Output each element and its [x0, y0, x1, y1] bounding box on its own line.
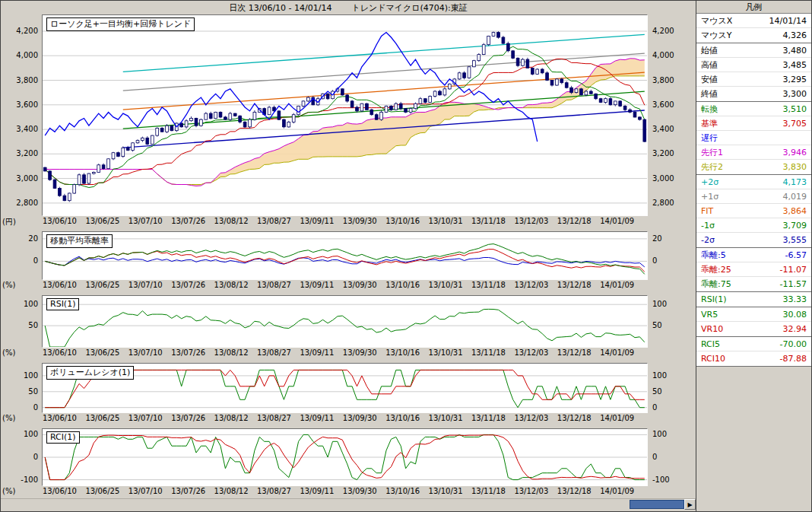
legend-group-7: RCI5-70.00RCI10-87.88 [696, 337, 811, 367]
legend-row-label: VR10 [701, 324, 723, 334]
x-axis-label: 13/08/12 [214, 281, 249, 289]
panel-title: RCI(1) [46, 431, 80, 444]
x-axis-label: 13/09/30 [343, 348, 377, 357]
legend-row-value: 3,709 [783, 221, 807, 231]
y-axis-label-left: 4,000 [16, 51, 38, 59]
x-axis-label: 14/01/09 [600, 217, 634, 225]
x-axis-label: 13/06/25 [85, 414, 119, 422]
x-axis-label: 13/12/03 [514, 414, 548, 422]
legend-row-label: 高値 [701, 59, 718, 71]
x-axis-label: 13/11/18 [471, 217, 506, 225]
legend-group-4: 乖離:5-6.57乖離:25-11.07乖離:75-11.57 [696, 248, 811, 292]
x-axis-label: 13/07/10 [128, 414, 163, 422]
legend-row-label: VR5 [701, 310, 718, 320]
panel-title: ローソク足+一目均衡+回帰トレンド [46, 17, 195, 31]
legend-row-value: -70.00 [780, 339, 807, 349]
rsi-plot-area[interactable]: RSI(1) [42, 295, 648, 348]
y-axis-label-right: 3,600 [652, 100, 674, 109]
x-axis-label: 13/06/25 [85, 281, 119, 289]
x-axis-label: 13/10/16 [385, 487, 420, 495]
deviation-plot-area[interactable]: 移動平均乖離率 [42, 231, 648, 280]
y-axis-label-right: 0 [652, 403, 657, 412]
legend-rows: マウスX14/01/14マウスY4,326始値3,480高値3,485安値3,2… [696, 14, 811, 367]
x-axis-label: 13/09/11 [300, 414, 334, 422]
y-axis-label-left: 0 [33, 453, 38, 461]
chart-title-bar: 日次 13/06/10 - 14/01/14 トレンドマイクロ(4704):東証 [1, 1, 696, 14]
x-axis-label: 13/08/12 [214, 414, 249, 422]
rci-plot[interactable] [43, 429, 647, 485]
legend-row-label: マウスX [701, 15, 732, 27]
y-axis-label-left: 2,800 [16, 199, 38, 207]
x-axis-label: 13/10/16 [385, 281, 420, 289]
volume-ratio-plot-area[interactable]: ボリュームレシオ(1) [42, 363, 648, 413]
legend-row-label: 乖離:5 [701, 250, 726, 261]
x-axis-label: 13/09/30 [343, 217, 377, 225]
x-axis-label: 13/07/10 [128, 281, 163, 289]
legend-row-3-4: -2σ3,555 [696, 233, 811, 247]
x-axis-row: (%)13/06/1013/06/2513/07/1013/07/2613/08… [1, 348, 696, 359]
scroll-right-icon: ▶ [687, 501, 692, 508]
y-axis-label-left: 100 [24, 371, 38, 380]
main-chart-right-axis: 4,2004,0003,8003,6003,4003,2003,0002,800 [648, 14, 696, 216]
legend-row-value: 30.08 [783, 310, 807, 320]
legend-row-7-0: RCI5-70.00 [696, 337, 811, 351]
legend-row-4-0: 乖離:5-6.57 [696, 248, 811, 262]
legend-row-label: 遅行 [701, 132, 718, 144]
x-axis-label: 13/12/03 [514, 281, 548, 289]
deviation-panel: 200移動平均乖離率200 [1, 231, 696, 280]
x-axis-label: 13/07/10 [128, 487, 163, 495]
panel-title: RSI(1) [46, 298, 79, 310]
app-window: 日次 13/06/10 - 14/01/14 トレンドマイクロ(4704):東証… [0, 0, 812, 512]
legend-group-2: 転換3,510基準3,705遅行先行13,946先行23,830 [696, 102, 811, 175]
x-axis-label: 13/12/03 [514, 348, 548, 357]
legend-row-value: 3,295 [783, 75, 807, 84]
legend-row-7-1: RCI10-87.88 [696, 351, 811, 366]
horizontal-scrollbar[interactable]: ▶ [1, 498, 696, 509]
rci-plot-area[interactable]: RCI(1) [42, 428, 648, 486]
legend-row-label: 始値 [701, 45, 718, 56]
legend-row-label: +2σ [701, 177, 718, 187]
legend-row-1-2: 安値3,295 [696, 72, 811, 87]
y-axis-label-left: 20 [28, 234, 38, 243]
legend-panel: 凡例 マウスX14/01/14マウスY4,326始値3,480高値3,485安値… [696, 1, 811, 511]
x-axis-label: 13/08/27 [257, 414, 291, 422]
legend-row-label: FIT [701, 206, 713, 216]
x-axis-label: 13/12/18 [557, 487, 592, 495]
axis-unit-label: (%) [2, 348, 15, 357]
rsi-plot[interactable] [43, 296, 647, 347]
y-axis-label-left: 3,200 [16, 149, 38, 157]
volume-ratio-right-axis: 100500 [648, 363, 696, 413]
rsi-right-axis: 10050 [648, 295, 696, 348]
x-axis-label: 14/01/09 [600, 414, 634, 422]
legend-row-4-2: 乖離:75-11.57 [696, 277, 811, 291]
legend-row-label: 乖離:75 [701, 278, 731, 290]
legend-row-label: 基準 [701, 118, 718, 129]
chart-symbol-label: トレンドマイクロ(4704):東証 [351, 2, 467, 14]
legend-row-2-0: 転換3,510 [696, 102, 811, 116]
panel-title: 移動平均乖離率 [46, 234, 113, 248]
legend-row-value: -11.07 [780, 265, 807, 275]
x-axis-label: 13/07/26 [171, 348, 205, 357]
volume-ratio-panel: 100500ボリュームレシオ(1)100500 [1, 363, 696, 413]
legend-row-label: RCI10 [701, 354, 725, 364]
main-chart-plot-area[interactable]: ローソク足+一目均衡+回帰トレンド [42, 14, 648, 216]
legend-row-6-1: VR1032.94 [696, 322, 811, 336]
horizontal-scrollbar-thumb[interactable] [630, 500, 684, 509]
x-axis-label: 13/12/18 [557, 217, 592, 225]
main-chart-left-axis: 4,2004,0003,8003,6003,4003,2003,0002,800 [1, 14, 42, 216]
y-axis-label-right: 50 [652, 387, 662, 396]
scroll-right-button[interactable]: ▶ [684, 499, 696, 510]
legend-row-6-0: VR530.08 [696, 307, 811, 322]
panel-title: ボリュームレシオ(1) [46, 366, 134, 380]
legend-row-label: 転換 [701, 103, 718, 115]
legend-row-3-1: +1σ4,019 [696, 189, 811, 204]
legend-row-2-1: 基準3,705 [696, 116, 811, 131]
y-axis-label-left: 3,600 [16, 100, 38, 109]
x-axis-label: 13/09/11 [300, 281, 334, 289]
main-chart-plot[interactable] [43, 15, 647, 215]
x-axis-label: 13/07/26 [171, 414, 205, 422]
deviation-plot[interactable] [43, 232, 647, 279]
legend-header: 凡例 [696, 1, 811, 14]
legend-row-value: 4,173 [783, 177, 807, 187]
legend-row-label: 終値 [701, 88, 718, 100]
